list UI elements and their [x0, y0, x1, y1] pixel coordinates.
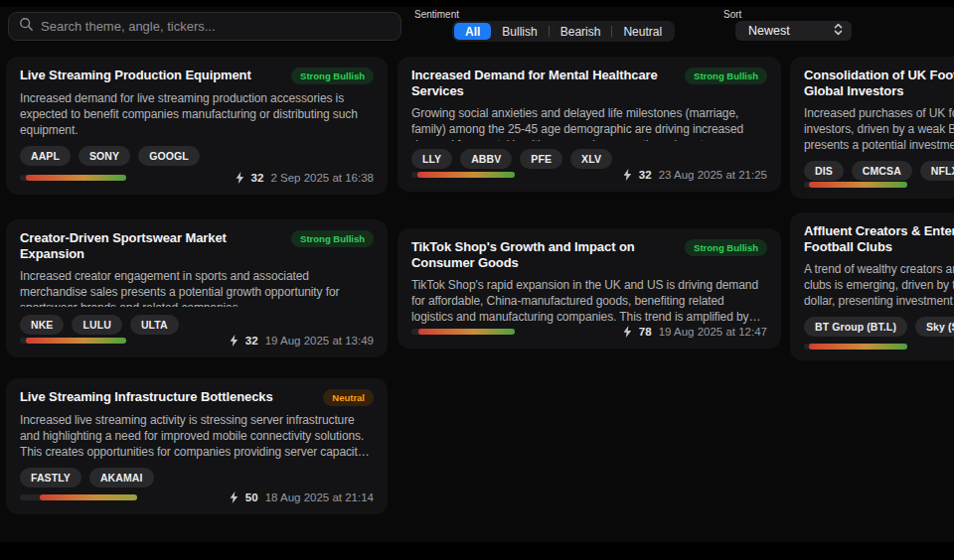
card-timestamp: 2 Sep 2025 at 16:38: [270, 172, 374, 184]
signal-score: 32: [245, 335, 258, 347]
sentiment-filter: AllBullishBearishNeutral: [452, 21, 675, 42]
card-meta: 3223 Aug 2025 at 21:25: [623, 169, 767, 181]
ticker-chip[interactable]: PFE: [520, 149, 562, 169]
sentiment-meter: [20, 338, 126, 344]
window-top-strip: [0, 0, 954, 7]
sentiment-option-bullish[interactable]: Bullish: [491, 23, 548, 40]
card-description: Increased purchases of UK football clubs…: [804, 105, 954, 153]
card-description: Increased live streaming activity is str…: [20, 412, 374, 460]
card-timestamp: 23 Aug 2025 at 21:25: [659, 169, 767, 181]
ticker-chip[interactable]: ULTA: [130, 315, 179, 335]
sentiment-option-neutral[interactable]: Neutral: [612, 23, 673, 40]
ticker-chip[interactable]: LULU: [72, 315, 121, 335]
ticker-chip[interactable]: AKAMAI: [89, 468, 154, 488]
sentiment-badge: Strong Bullish: [291, 230, 374, 247]
sentiment-meter: [804, 182, 907, 188]
card-meta: 322 Sep 2025 at 16:38: [236, 172, 374, 184]
ticker-chip[interactable]: BT Group (BT.L): [804, 317, 907, 337]
card-meta: 5018 Aug 2025 at 21:14: [230, 491, 374, 503]
ticker-chip[interactable]: LLY: [411, 149, 452, 169]
sentiment-meter-fill: [417, 172, 515, 178]
signal-score: 32: [251, 172, 264, 184]
theme-card[interactable]: Creator-Driven Sportswear Market Expansi…: [6, 219, 388, 357]
ticker-chip-row: BT Group (BT.L)Sky (SKYB.L): [804, 317, 954, 337]
card-description: A trend of wealthy creators and entertai…: [804, 261, 954, 309]
ticker-chip-row: FASTLYAKAMAI: [20, 468, 374, 488]
search-input[interactable]: [41, 19, 391, 34]
ticker-chip[interactable]: FASTLY: [20, 468, 81, 488]
app-window: Sentiment AllBullishBearishNeutral Sort …: [0, 0, 954, 560]
card-meta: 3219 Aug 2025 at 13:49: [230, 335, 374, 347]
ticker-chip[interactable]: AAPL: [20, 146, 71, 166]
ticker-chip[interactable]: DIS: [804, 161, 844, 181]
sentiment-badge: Strong Bullish: [291, 68, 374, 84]
sentiment-option-all[interactable]: All: [454, 23, 491, 40]
sentiment-meter: [20, 175, 126, 181]
sentiment-meter: [411, 329, 515, 335]
card-title: Increased Demand for Mental Healthcare S…: [411, 68, 675, 99]
signal-score: 78: [639, 326, 652, 338]
signal-score: 32: [639, 169, 652, 181]
lightning-icon: [236, 172, 244, 184]
signal-score: 50: [245, 491, 258, 503]
ticker-chip[interactable]: GOOGL: [138, 146, 200, 166]
sentiment-meter-fill: [809, 182, 907, 188]
sentiment-option-bearish[interactable]: Bearish: [550, 23, 612, 40]
theme-card[interactable]: Consolidation of UK Football Clubs by Gl…: [790, 57, 954, 199]
card-description: Increased demand for live streaming prod…: [20, 90, 374, 138]
card-description: Growing social anxieties and delayed lif…: [411, 105, 767, 141]
card-description: Increased creator engagement in sports a…: [20, 268, 374, 307]
sentiment-meter-fill: [809, 344, 907, 350]
sentiment-meter: [804, 344, 907, 350]
sentiment-meter-fill: [26, 175, 126, 181]
ticker-chip[interactable]: ABBV: [460, 149, 512, 169]
card-title: Creator-Driven Sportswear Market Expansi…: [20, 230, 281, 262]
sort-label: Sort: [723, 9, 741, 20]
search-bar[interactable]: [8, 12, 401, 41]
ticker-chip[interactable]: Sky (SKYB.L): [915, 317, 954, 337]
lightning-icon: [230, 335, 238, 347]
sentiment-meter-fill: [418, 329, 515, 335]
lightning-icon: [623, 326, 632, 338]
ticker-chip-row: DISCMCSANFLX: [804, 161, 954, 181]
card-timestamp: 19 Aug 2025 at 13:49: [265, 335, 374, 347]
sentiment-badge: Strong Bullish: [685, 239, 767, 256]
card-title: Consolidation of UK Football Clubs by Gl…: [804, 68, 954, 99]
card-title: Live Streaming Production Equipment: [20, 68, 281, 83]
card-description: TikTok Shop's rapid expansion in the UK …: [411, 277, 767, 325]
theme-card[interactable]: TikTok Shop's Growth and Impact on Consu…: [398, 228, 781, 349]
theme-card[interactable]: Affluent Creators & Entertainers Buying …: [790, 212, 954, 360]
sentiment-meter: [411, 172, 515, 178]
ticker-chip-row: NKELULUULTA: [20, 315, 374, 335]
card-title: Affluent Creators & Entertainers Buying …: [804, 223, 954, 255]
ticker-chip-row: LLYABBVPFEXLV: [411, 149, 767, 169]
sentiment-meter: [20, 494, 137, 500]
sentiment-meter-fill: [26, 338, 126, 344]
ticker-chip[interactable]: SONY: [79, 146, 130, 166]
sentiment-badge: Strong Bullish: [685, 68, 767, 84]
window-bottom-strip: [0, 542, 954, 560]
ticker-chip[interactable]: NFLX: [920, 161, 954, 181]
theme-card[interactable]: Live Streaming Production EquipmentStron…: [6, 57, 388, 195]
lightning-icon: [623, 169, 632, 181]
ticker-chip-row: AAPLSONYGOOGL: [20, 146, 374, 166]
ticker-chip[interactable]: NKE: [20, 315, 64, 335]
sentiment-meter-fill: [40, 494, 137, 500]
card-title: TikTok Shop's Growth and Impact on Consu…: [411, 239, 675, 271]
sentiment-filter-label: Sentiment: [414, 9, 459, 20]
card-meta: 7819 Aug 2025 at 12:47: [623, 326, 767, 338]
card-timestamp: 18 Aug 2025 at 21:14: [265, 491, 374, 503]
search-icon: [19, 17, 41, 36]
sort-select[interactable]: Newest: [735, 21, 852, 41]
sort-selected-value: Newest: [748, 24, 832, 38]
lightning-icon: [230, 491, 238, 503]
theme-card[interactable]: Increased Demand for Mental Healthcare S…: [398, 57, 781, 192]
theme-card[interactable]: Live Streaming Infrastructure Bottleneck…: [6, 378, 388, 514]
sentiment-badge: Neutral: [323, 389, 374, 406]
ticker-chip[interactable]: CMCSA: [852, 161, 912, 181]
card-title: Live Streaming Infrastructure Bottleneck…: [20, 389, 313, 405]
card-timestamp: 19 Aug 2025 at 12:47: [659, 326, 767, 338]
chevron-up-down-icon: [832, 22, 845, 41]
ticker-chip[interactable]: XLV: [570, 149, 612, 169]
